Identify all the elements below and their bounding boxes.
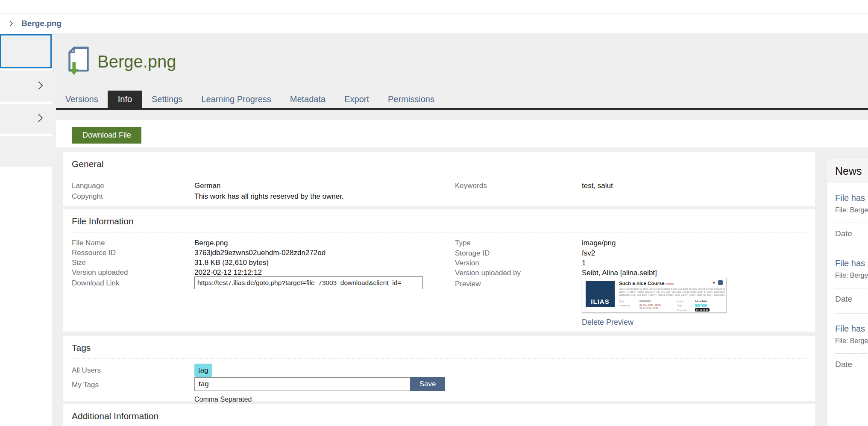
save-button[interactable]: Save (410, 377, 445, 391)
left-sidebar (0, 33, 52, 426)
tab-info[interactable]: Info (108, 91, 142, 108)
dashed-divider (835, 223, 868, 223)
tab-bar: Versions Info Settings Learning Progress… (56, 91, 868, 108)
news-item-link[interactable]: File has (835, 259, 868, 268)
type-value: image/png (582, 238, 616, 248)
news-item-subtitle: File: Berge (835, 337, 868, 345)
tab-permissions[interactable]: Permissions (378, 91, 444, 108)
section-file-information-heading: File Information (72, 216, 806, 232)
preview-copyright-label: Copyright (677, 308, 687, 312)
my-tags-label: My Tags (72, 379, 99, 390)
news-item-link[interactable]: File has (835, 193, 868, 203)
keywords-label: Keywords (455, 180, 487, 191)
preview-tags-label: Tags (677, 304, 682, 308)
dashed-divider (835, 353, 868, 354)
object-header: Berge.png (52, 33, 868, 92)
preview-availability-value: 01. Dez 2021, 08:00 - 31.12.2021, 23:55 (639, 304, 673, 309)
news-item: File has File: Berge Date (827, 183, 868, 248)
preview-course-title-text: Such a nice Course (619, 281, 665, 286)
version-label: Version (455, 258, 479, 268)
comma-separated-hint: Comma Separated (194, 394, 252, 405)
heart-icon: ♥ (713, 281, 715, 285)
download-file-button[interactable]: Download File (72, 127, 141, 144)
section-general: General Language German Copyright This w… (63, 152, 815, 206)
breadcrumb-link-file[interactable]: Berge.png (21, 19, 62, 28)
section-general-heading: General (72, 159, 806, 175)
tab-export[interactable]: Export (335, 91, 378, 108)
news-item: File has File: Berge Date (827, 314, 868, 369)
news-item: File has File: Berge Date (827, 248, 868, 314)
version-uploaded-label: Version uploaded (72, 267, 128, 278)
preview-type-value (639, 300, 651, 303)
news-item-subtitle: File: Berge (835, 206, 868, 214)
copyright-value: This work has all rights reserved by the… (194, 191, 344, 202)
section-tags-heading: Tags (72, 343, 806, 359)
language-value: German (194, 180, 220, 191)
tab-metadata[interactable]: Metadata (281, 91, 335, 108)
my-tags-form: Save (194, 377, 445, 391)
preview-type-label: Type (619, 300, 624, 303)
preview-body-text: Lorem ipsum dolor sit amet, consetetur s… (619, 288, 725, 297)
language-label: Language (72, 180, 104, 191)
ressource-id-value: 3763jdb29ezwns02uehdm-028zdn272od (194, 247, 326, 258)
all-users-tags: tag (194, 364, 212, 377)
sidebar-slate-empty[interactable] (0, 136, 52, 167)
section-tags: Tags All Users tag My Tags Save Comma Se… (63, 336, 815, 401)
preview-author-value: Alina Seibt (695, 300, 707, 303)
breadcrumb: Berge.png (0, 14, 868, 33)
preview-availability-label: Availability (619, 304, 630, 308)
news-item-date-label: Date (835, 229, 868, 238)
delete-preview-link[interactable]: Delete Preview (582, 317, 633, 328)
tab-learning-progress[interactable]: Learning Progress (192, 91, 280, 108)
tab-settings[interactable]: Settings (142, 91, 192, 108)
section-additional-heading: Additional Information (72, 411, 806, 426)
type-label: Type (455, 238, 471, 248)
chevron-right-icon (36, 113, 44, 125)
news-item-date-label: Date (835, 294, 868, 304)
section-additional-information: Additional Information (63, 404, 815, 426)
dashed-divider (835, 288, 868, 288)
news-item-subtitle: File: Berge (835, 272, 868, 279)
toolbar: Download File (56, 120, 868, 147)
news-panel: News File has File: Berge Date File has … (827, 159, 868, 426)
news-header: News (827, 159, 868, 183)
tag-chip[interactable]: tag (194, 364, 212, 377)
file-name-value: Berge.png (194, 238, 228, 248)
section-file-information: File Information File Name Berge.png Res… (63, 209, 815, 332)
ressource-id-label: Ressource ID (72, 247, 116, 258)
top-bar (0, 0, 868, 13)
storage-id-value: fsv2 (582, 248, 595, 259)
preview-offline-status: offline (666, 282, 674, 285)
size-value: 31.8 KB (32,610 bytes) (194, 257, 269, 268)
preview-label: Preview (455, 279, 481, 289)
preview-course-title: Such a nice Course offline (619, 281, 674, 286)
preview-action-icon (718, 280, 723, 285)
version-value: 1 (582, 258, 586, 268)
version-uploaded-by-label: Version uploaded by (455, 267, 521, 278)
my-tags-input[interactable] (194, 377, 410, 391)
download-link-label: Download Link (72, 278, 120, 288)
chevron-right-icon (36, 80, 44, 92)
storage-id-label: Storage ID (455, 248, 490, 259)
news-item-date-label: Date (835, 360, 868, 369)
news-heading: News (835, 165, 862, 177)
sidebar-slate-expander-2[interactable] (0, 104, 52, 134)
ilias-logo: ILIAS (586, 281, 615, 307)
chevron-right-icon (8, 20, 15, 27)
keywords-value: test, salut (582, 180, 613, 191)
page-title: Berge.png (97, 52, 176, 71)
copyright-label: Copyright (72, 191, 103, 202)
file-name-label: File Name (72, 238, 105, 248)
preview-thumbnail: ILIAS Such a nice Course offline ♥ Lorem… (582, 278, 727, 313)
size-label: Size (72, 257, 86, 268)
sidebar-slate-expander-1[interactable] (0, 71, 52, 102)
version-uploaded-by-value: Seibt, Alina [alina.seibt] (582, 267, 657, 278)
preview-tag-chips (695, 304, 708, 308)
sidebar-slate-selected[interactable] (0, 34, 52, 68)
cc-license-icon (695, 308, 717, 313)
all-users-label: All Users (72, 365, 101, 376)
news-item-link[interactable]: File has (835, 324, 868, 334)
tab-versions[interactable]: Versions (56, 91, 108, 108)
file-download-icon (67, 46, 90, 78)
download-link-input[interactable] (194, 276, 423, 289)
